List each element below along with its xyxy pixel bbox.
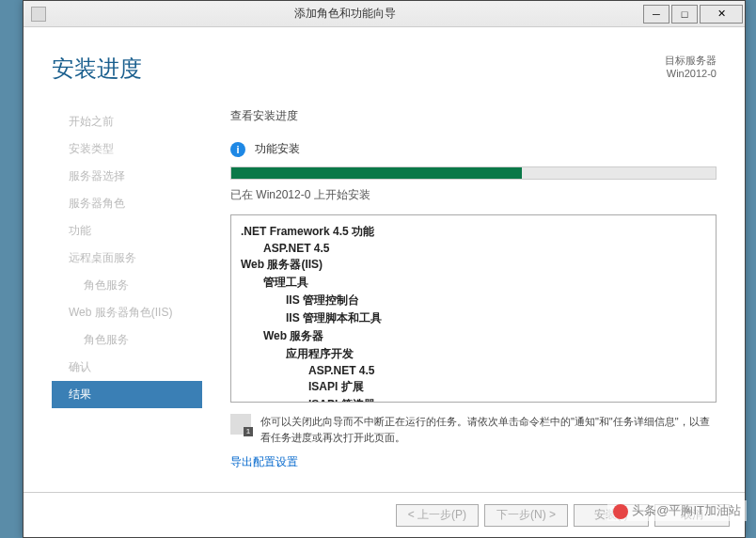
target-label: 目标服务器 — [665, 54, 717, 68]
header: 安装进度 目标服务器 Win2012-0 — [24, 27, 745, 101]
feature-item: ISAPI 筛选器 — [241, 396, 706, 403]
feature-item: 管理工具 — [241, 274, 706, 292]
wizard-window: 添加角色和功能向导 ─ □ ✕ 安装进度 目标服务器 Win2012-0 开始之… — [23, 0, 746, 538]
feature-item: 应用程序开发 — [241, 345, 706, 363]
body: 开始之前安装类型服务器选择服务器角色功能远程桌面服务角色服务Web 服务器角色(… — [24, 101, 745, 458]
target-server-info: 目标服务器 Win2012-0 — [665, 54, 717, 79]
sidebar: 开始之前安装类型服务器选择服务器角色功能远程桌面服务角色服务Web 服务器角色(… — [52, 101, 202, 458]
feature-item: ISAPI 扩展 — [241, 378, 706, 396]
info-icon: i — [230, 142, 245, 157]
feature-item: IIS 管理脚本和工具 — [241, 309, 706, 327]
hint-row: 1 你可以关闭此向导而不中断正在运行的任务。请依次单击命令栏中的"通知"和"任务… — [230, 414, 717, 445]
titlebar: 添加角色和功能向导 ─ □ ✕ — [24, 1, 745, 27]
hint-text: 你可以关闭此向导而不中断正在运行的任务。请依次单击命令栏中的"通知"和"任务详细… — [260, 414, 717, 445]
feature-item: Web 服务器(IIS) — [241, 256, 706, 274]
feature-list[interactable]: .NET Framework 4.5 功能ASP.NET 4.5Web 服务器(… — [230, 214, 717, 403]
progress-fill — [231, 167, 522, 179]
feature-item: .NET Framework 4.5 功能 — [241, 223, 706, 241]
progress-caption: 已在 Win2012-0 上开始安装 — [230, 187, 717, 203]
sidebar-item: 安装类型 — [52, 135, 202, 163]
sidebar-item: 功能 — [52, 217, 202, 245]
content-title: 查看安装进度 — [230, 108, 717, 124]
maximize-button[interactable]: □ — [671, 5, 698, 24]
watermark-logo-icon — [613, 504, 628, 519]
sidebar-item: 开始之前 — [52, 108, 202, 135]
feature-item: Web 服务器 — [241, 327, 706, 345]
prev-button[interactable]: < 上一步(P) — [396, 504, 479, 527]
sidebar-item: 角色服务 — [52, 272, 202, 299]
feature-item: ASP.NET 4.5 — [241, 241, 706, 256]
next-button[interactable]: 下一步(N) > — [484, 504, 568, 527]
progress-bar — [230, 166, 717, 180]
window-controls: ─ □ ✕ — [643, 5, 745, 24]
content-panel: 查看安装进度 i 功能安装 已在 Win2012-0 上开始安装 .NET Fr… — [202, 101, 745, 458]
close-button[interactable]: ✕ — [700, 5, 743, 24]
watermark: 头条@平胸IT加油站 — [607, 500, 747, 521]
feature-item: IIS 管理控制台 — [241, 292, 706, 309]
status-row: i 功能安装 — [230, 141, 717, 157]
sidebar-item: 服务器选择 — [52, 163, 202, 190]
sidebar-item: 角色服务 — [52, 326, 202, 354]
sidebar-item: Web 服务器角色(IIS) — [52, 299, 202, 326]
export-config-link[interactable]: 导出配置设置 — [230, 454, 298, 470]
sidebar-item: 结果 — [52, 381, 202, 408]
sidebar-item: 服务器角色 — [52, 190, 202, 217]
target-value: Win2012-0 — [665, 68, 717, 79]
feature-item: ASP.NET 4.5 — [241, 363, 706, 378]
page-title: 安装进度 — [52, 54, 142, 84]
status-text: 功能安装 — [255, 141, 300, 157]
sidebar-item: 远程桌面服务 — [52, 245, 202, 272]
sidebar-item: 确认 — [52, 354, 202, 381]
minimize-button[interactable]: ─ — [643, 5, 669, 24]
flag-icon: 1 — [230, 414, 251, 435]
window-icon — [31, 7, 46, 22]
window-title: 添加角色和功能向导 — [46, 6, 643, 22]
